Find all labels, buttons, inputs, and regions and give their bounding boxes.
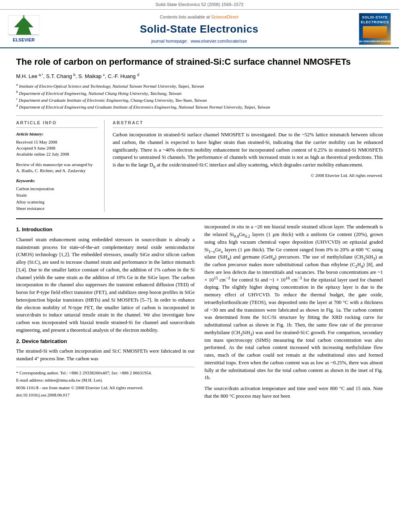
elsevier-brand-text: ELSEVIER: [13, 37, 35, 43]
content-area: The role of carbon on performance of str…: [0, 48, 399, 411]
homepage-url[interactable]: www.elsevier.com/locate/sse: [191, 39, 247, 43]
author-stchang: S.T. Chang b: [46, 73, 76, 79]
keywords-label: Keywords:: [16, 178, 98, 184]
footnote-email: E-mail address: mhlee@ntnu.edu.tw (M.H. …: [16, 377, 195, 384]
homepage-label: journal homepage:: [151, 39, 188, 43]
copyright-text: © 2008 Elsevier Ltd. All rights reserved…: [113, 172, 383, 179]
logo-line1: SOLID-STATE: [362, 15, 388, 20]
page: Solid-State Electronics 52 (2008) 1569–1…: [0, 0, 399, 532]
history-label: Article history:: [16, 131, 98, 137]
body-divider: [16, 218, 383, 219]
journal-logo-right: SOLID-STATE ELECTRONICS an international…: [359, 13, 391, 45]
footnote-area: * Corresponding author. Tel.: +886 2 293…: [16, 367, 195, 398]
keywords-list: Carbon incorporation Strain Alloy scatte…: [16, 186, 98, 212]
author-cfhuang: C.-F. Huang d: [108, 73, 139, 79]
info-abstract-columns: ARTICLE INFO Article history: Received 1…: [16, 120, 383, 212]
logo-line2: ELECTRONICS: [361, 20, 389, 25]
review-note: Review of this manuscript was arranged b…: [16, 162, 98, 174]
keywords-section: Keywords: Carbon incorporation Strain Al…: [16, 178, 98, 212]
right-col-paragraph2: The source/drain activation temperature …: [204, 385, 383, 400]
article-info-label: ARTICLE INFO: [16, 120, 98, 128]
abstract-label: ABSTRACT: [113, 120, 383, 128]
author-mhlee: M.H. Lee a,*: [16, 73, 43, 79]
affil-a: a Institute of Electro-Optical Science a…: [16, 83, 383, 89]
author-smaikap: S. Maikap c: [78, 73, 105, 79]
logo-image-area: [363, 26, 387, 38]
contents-available-line: Contents lists available at ScienceDirec…: [47, 14, 351, 20]
affiliations: a Institute of Electro-Optical Science a…: [16, 83, 383, 111]
footnote-corresponding: * Corresponding author. Tel.: +886 2 293…: [16, 370, 195, 376]
journal-homepage: journal homepage: www.elsevier.com/locat…: [47, 38, 351, 44]
meta-bar-text: Solid-State Electronics 52 (2008) 1569–1…: [156, 2, 244, 7]
header-center: Contents lists available at ScienceDirec…: [39, 14, 359, 44]
keyword-4: Sheet resistance: [16, 205, 98, 212]
footnote-issn: 0038-1101/$ - see front matter © 2008 El…: [16, 384, 195, 391]
article-dates: Received 15 May 2008 Accepted 9 June 200…: [16, 139, 98, 158]
right-col-paragraph1: incorporated in situ in a ~20 nm biaxial…: [204, 223, 383, 382]
article-info-column: ARTICLE INFO Article history: Received 1…: [16, 120, 105, 212]
affil-d: d Department of Electrical Engineering a…: [16, 104, 383, 110]
keyword-3: Alloy scattering: [16, 199, 98, 205]
divider-1: [16, 115, 383, 116]
journal-title: Solid-State Electronics: [47, 22, 351, 36]
available-date: Available online 22 July 2008: [16, 151, 98, 157]
sciencedirect-link-text[interactable]: ScienceDirect: [211, 14, 239, 19]
received-date: Received 15 May 2008: [16, 139, 98, 145]
body-right-col: incorporated in situ in a ~20 nm biaxial…: [204, 223, 383, 403]
article-title: The role of carbon on performance of str…: [16, 56, 383, 68]
review-note-text: Review of this manuscript was arranged b…: [16, 162, 93, 173]
abstract-text: Carbon incorporation in strained-Si surf…: [113, 131, 383, 179]
logo-line3: an international journal: [359, 39, 390, 43]
keyword-2: Strain: [16, 192, 98, 198]
accepted-date: Accepted 9 June 2008: [16, 145, 98, 151]
section2-heading: 2. Device fabrication: [16, 337, 195, 345]
elsevier-logo: ELSEVIER: [8, 15, 39, 43]
body-columns: 1. Introduction Channel strain enhanceme…: [16, 223, 383, 403]
affil-b: b Department of Electrical Engineering, …: [16, 90, 383, 97]
meta-bar: Solid-State Electronics 52 (2008) 1569–1…: [0, 0, 399, 10]
abstract-paragraph: Carbon incorporation in strained-Si surf…: [113, 131, 383, 169]
elsevier-logo-svg: [8, 15, 39, 36]
svg-rect-3: [9, 35, 39, 35]
body-left-col: 1. Introduction Channel strain enhanceme…: [16, 223, 195, 403]
section2-paragraph: The strained-Si with carbon incorporatio…: [16, 347, 195, 363]
authors-line: M.H. Lee a,*, S.T. Chang b, S. Maikap c,…: [16, 73, 383, 80]
keyword-1: Carbon incorporation: [16, 186, 98, 192]
journal-header: ELSEVIER Contents lists available at Sci…: [0, 10, 399, 48]
footnote-doi: doi:10.1016/j.sse.2008.06.017: [16, 392, 195, 398]
section1-paragraph: Channel strain enhancement using embedde…: [16, 236, 195, 334]
svg-point-2: [23, 15, 25, 17]
section1-heading: 1. Introduction: [16, 226, 195, 234]
abstract-column: ABSTRACT Carbon incorporation in straine…: [113, 120, 383, 212]
affil-c: c Department and Graduate Institute of E…: [16, 97, 383, 103]
